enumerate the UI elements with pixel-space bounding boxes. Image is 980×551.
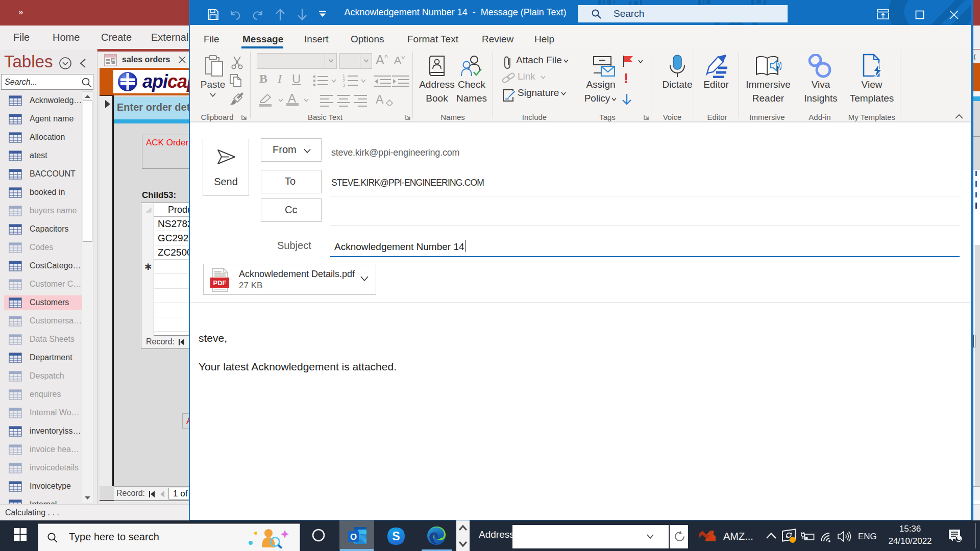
svg-text:O: O: [350, 532, 357, 542]
svg-text:S: S: [392, 530, 400, 543]
svg-text:3: 3: [342, 83, 345, 88]
svg-text:PDF: PDF: [213, 279, 227, 287]
